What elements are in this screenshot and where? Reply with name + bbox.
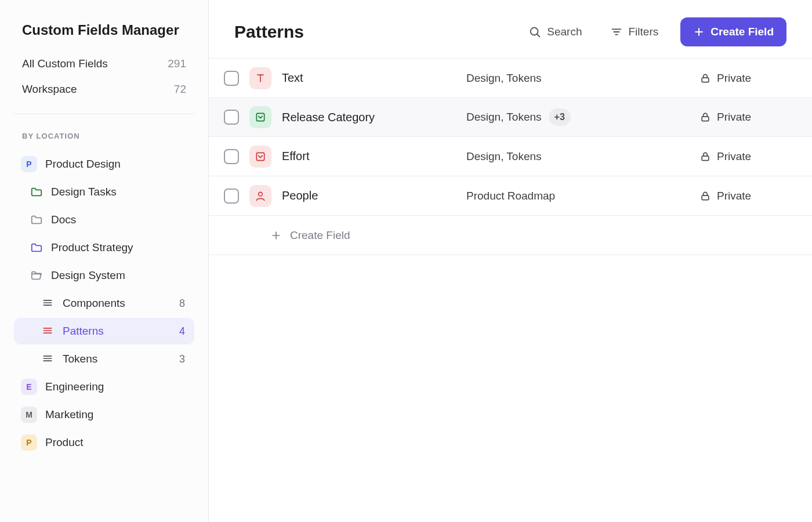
field-name: Text xyxy=(282,71,456,85)
field-list: Text Design, Tokens Private Release Cate… xyxy=(209,58,812,255)
row-checkbox[interactable] xyxy=(224,71,239,86)
locations-overflow-chip[interactable]: +3 xyxy=(549,108,571,126)
field-row[interactable]: Text Design, Tokens Private xyxy=(209,59,812,98)
search-button[interactable]: Search xyxy=(523,20,588,44)
filter-icon xyxy=(610,26,623,38)
nav-all-custom-fields[interactable]: All Custom Fields 291 xyxy=(14,51,194,77)
folder-icon xyxy=(30,241,43,254)
lock-icon xyxy=(699,111,711,123)
plus-icon xyxy=(693,26,705,38)
svg-line-10 xyxy=(537,34,539,37)
field-row[interactable]: Effort Design, Tokens Private xyxy=(209,137,812,176)
list-icon xyxy=(42,325,55,338)
filters-label: Filters xyxy=(629,26,659,38)
plus-icon xyxy=(270,230,282,241)
nav-item-label: Workspace xyxy=(22,83,77,96)
svg-rect-20 xyxy=(702,156,709,161)
list-icon xyxy=(42,353,55,365)
tree-design-tasks[interactable]: Design Tasks xyxy=(14,179,194,205)
svg-rect-19 xyxy=(256,153,264,160)
main: Patterns Search Filters Create Field xyxy=(209,0,812,522)
tree-count: 3 xyxy=(179,353,187,365)
svg-rect-18 xyxy=(702,117,709,121)
tree-label: Marketing xyxy=(45,408,187,421)
text-field-icon xyxy=(249,67,271,89)
tree-docs[interactable]: Docs xyxy=(14,206,194,233)
space-badge-icon: P xyxy=(21,156,37,172)
field-name: Release Category xyxy=(282,111,456,124)
tree-label: Components xyxy=(63,297,171,310)
tree-count: 4 xyxy=(179,325,187,338)
space-badge-icon: E xyxy=(21,379,37,395)
field-visibility: Private xyxy=(699,72,786,85)
person-field-icon xyxy=(249,185,271,207)
tree-tokens[interactable]: Tokens 3 xyxy=(14,346,194,372)
filters-button[interactable]: Filters xyxy=(604,20,665,44)
dropdown-field-icon xyxy=(249,106,271,128)
tree-count: 8 xyxy=(179,298,187,310)
folder-icon xyxy=(30,186,43,198)
svg-rect-17 xyxy=(256,113,264,121)
create-field-label: Create Field xyxy=(710,26,774,38)
field-name: People xyxy=(282,189,456,202)
tree-product-design[interactable]: P Product Design xyxy=(14,151,194,177)
create-field-row-label: Create Field xyxy=(290,229,350,242)
tree-label: Docs xyxy=(51,213,187,226)
field-locations: Design, Tokens xyxy=(466,72,689,85)
sidebar: Custom Fields Manager All Custom Fields … xyxy=(0,0,209,522)
tree-design-system[interactable]: Design System xyxy=(14,262,194,289)
tree-product[interactable]: P Product xyxy=(14,429,194,456)
nav-item-count: 291 xyxy=(168,57,186,70)
tree-label: Product Strategy xyxy=(51,241,187,254)
main-header: Patterns Search Filters Create Field xyxy=(234,17,786,58)
nav-item-count: 72 xyxy=(174,83,186,96)
field-locations: Design, Tokens +3 xyxy=(466,108,689,126)
field-locations: Product Roadmap xyxy=(466,190,689,202)
tree-label: Tokens xyxy=(63,353,171,365)
folder-icon xyxy=(30,213,43,226)
row-checkbox[interactable] xyxy=(224,110,239,125)
field-row[interactable]: People Product Roadmap Private xyxy=(209,176,812,216)
tree-label: Engineering xyxy=(45,380,187,393)
page-title: Patterns xyxy=(234,22,506,42)
tree-engineering[interactable]: E Engineering xyxy=(14,374,194,400)
search-label: Search xyxy=(547,26,582,38)
sidebar-tree: P Product Design Design Tasks Docs Produ… xyxy=(14,151,194,456)
folder-open-icon xyxy=(30,269,43,282)
space-badge-icon: M xyxy=(21,407,37,423)
nav-item-label: All Custom Fields xyxy=(22,57,108,70)
svg-point-21 xyxy=(259,192,263,196)
create-field-row[interactable]: Create Field xyxy=(209,216,812,255)
sidebar-nav-top: All Custom Fields 291 Workspace 72 xyxy=(14,51,194,114)
list-icon xyxy=(42,297,55,310)
search-icon xyxy=(528,26,541,38)
sidebar-section-label: BY LOCATION xyxy=(14,128,194,151)
field-visibility: Private xyxy=(699,111,786,124)
lock-icon xyxy=(699,151,711,162)
svg-rect-16 xyxy=(702,78,709,82)
tree-product-strategy[interactable]: Product Strategy xyxy=(14,234,194,261)
lock-icon xyxy=(699,190,711,202)
tree-label: Product Design xyxy=(45,158,187,171)
nav-workspace[interactable]: Workspace 72 xyxy=(14,77,194,102)
row-checkbox[interactable] xyxy=(224,188,239,204)
svg-rect-22 xyxy=(702,195,709,200)
field-name: Effort xyxy=(282,150,456,163)
tree-label: Design System xyxy=(51,269,187,282)
create-field-button[interactable]: Create Field xyxy=(680,17,786,46)
field-visibility: Private xyxy=(699,190,786,202)
field-locations: Design, Tokens xyxy=(466,150,689,163)
tree-patterns[interactable]: Patterns 4 xyxy=(14,318,194,345)
tree-label: Patterns xyxy=(63,325,171,338)
dropdown-field-icon xyxy=(249,146,271,168)
space-badge-icon: P xyxy=(21,434,37,451)
tree-marketing[interactable]: M Marketing xyxy=(14,401,194,428)
lock-icon xyxy=(699,72,711,84)
field-row[interactable]: Release Category Design, Tokens +3 Priva… xyxy=(209,97,812,137)
sidebar-title: Custom Fields Manager xyxy=(14,22,194,51)
row-checkbox[interactable] xyxy=(224,149,239,164)
tree-components[interactable]: Components 8 xyxy=(14,290,194,317)
tree-label: Design Tasks xyxy=(51,186,187,198)
field-visibility: Private xyxy=(699,150,786,163)
tree-label: Product xyxy=(45,436,187,449)
